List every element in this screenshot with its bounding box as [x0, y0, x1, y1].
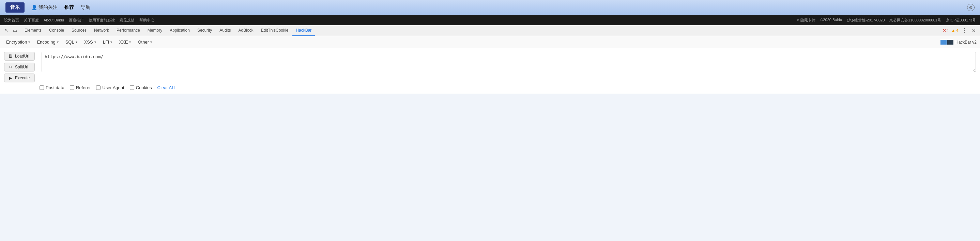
xxe-label: XXE	[119, 40, 128, 44]
copyright-text: ©2020 Baidu	[820, 18, 842, 23]
cookies-checkbox[interactable]	[130, 86, 134, 90]
nav-item-navigation[interactable]: 导航	[81, 5, 90, 11]
settings-icon[interactable]: ⚙	[967, 4, 975, 11]
tab-application[interactable]: Application	[166, 25, 193, 36]
tab-security[interactable]: Security	[194, 25, 215, 36]
hackbar-version: HackBar v2	[956, 40, 977, 44]
load-url-icon: 🖼	[8, 54, 13, 59]
terms-link[interactable]: 使用百度前必读	[89, 18, 115, 23]
error-x-icon: ✕	[942, 28, 946, 33]
person-icon: 👤	[31, 5, 37, 10]
referer-label: Referer	[76, 85, 91, 90]
devtools-bar-right: ✕ 1 ▲ 4 ⋮ ✕	[942, 27, 977, 34]
load-url-label: LoadUrl	[15, 54, 29, 59]
other-arrow: ▾	[150, 40, 152, 44]
post-data-checkbox[interactable]	[40, 86, 44, 90]
warning-count: 4	[956, 29, 958, 33]
hackbar-right: HackBar v2	[940, 40, 977, 44]
warning-triangle-icon: ▲	[951, 28, 956, 33]
nav-item-recommend[interactable]: 推荐	[64, 5, 74, 11]
tab-editthiscookie[interactable]: EditThisCookie	[258, 25, 292, 36]
hide-card-area[interactable]: ▾ 隐藏卡片	[797, 18, 815, 23]
help-link[interactable]: 帮助中心	[139, 18, 154, 23]
execute-button[interactable]: ▶ Execute	[4, 73, 35, 82]
tab-console[interactable]: Console	[46, 25, 67, 36]
feedback-link[interactable]: 意见反馈	[119, 18, 135, 23]
sql-label: SQL	[65, 40, 74, 44]
error-badge: ✕ 1	[942, 28, 949, 33]
tab-memory[interactable]: Memory	[144, 25, 165, 36]
error-count: 1	[947, 29, 949, 33]
lfi-menu[interactable]: LFI ▾	[100, 38, 115, 46]
other-label: Other	[138, 40, 149, 44]
hackbar-options: Post data Referer User Agent Cookies Cle…	[4, 82, 976, 90]
warning-badge: ▲ 4	[951, 28, 958, 33]
tab-audits[interactable]: Audits	[216, 25, 234, 36]
devtools-tabs: Elements Console Sources Network Perform…	[21, 25, 942, 36]
xxe-menu[interactable]: XXE ▾	[116, 38, 134, 46]
icp-text: 京ICP证030173号	[946, 18, 976, 23]
music-tab[interactable]: 音乐	[5, 2, 24, 13]
tab-sources[interactable]: Sources	[68, 25, 90, 36]
network-security-text: 京公网安备11000002000001号	[889, 18, 941, 23]
baidu-promotion-link[interactable]: 百度推广	[69, 18, 84, 23]
other-menu[interactable]: Other ▾	[135, 38, 155, 46]
post-data-option[interactable]: Post data	[40, 85, 64, 90]
tab-network[interactable]: Network	[91, 25, 113, 36]
split-url-label: SplitUrl	[15, 65, 28, 70]
business-text: (京)-经营性-2017-0020	[847, 18, 885, 23]
nav-item-my-follow[interactable]: 👤 我的关注	[31, 5, 57, 11]
referer-checkbox[interactable]	[70, 86, 74, 90]
info-bar: 设为首页 关于百度 About Baidu 百度推广 使用百度前必读 意见反馈 …	[0, 15, 980, 25]
split-url-button[interactable]: ✂ SplitUrl	[4, 63, 35, 71]
sql-arrow: ▾	[76, 40, 77, 44]
hackbar-toolbar: Encryption ▾ Encoding ▾ SQL ▾ XSS ▾ LFI …	[0, 36, 980, 48]
encoding-label: Encoding	[37, 40, 55, 44]
encryption-menu[interactable]: Encryption ▾	[3, 38, 33, 46]
tab-elements[interactable]: Elements	[21, 25, 45, 36]
xss-menu[interactable]: XSS ▾	[81, 38, 99, 46]
execute-label: Execute	[15, 76, 30, 80]
cookies-label: Cookies	[136, 85, 152, 90]
cookies-option[interactable]: Cookies	[130, 85, 152, 90]
tab-hackbar[interactable]: HackBar	[293, 25, 315, 36]
devtools-bar: ↖ ▭ Elements Console Sources Network Per…	[0, 25, 980, 36]
encoding-arrow: ▾	[57, 40, 59, 44]
lfi-label: LFI	[103, 40, 110, 44]
about-baidu-link[interactable]: 关于百度	[24, 18, 39, 23]
xss-arrow: ▾	[94, 40, 96, 44]
encoding-menu[interactable]: Encoding ▾	[34, 38, 61, 46]
device-icon[interactable]: ▭	[11, 27, 18, 34]
xxe-arrow: ▾	[129, 40, 131, 44]
post-data-label: Post data	[46, 85, 64, 90]
url-row: 🖼 LoadUrl ✂ SplitUrl ▶ Execute	[4, 52, 976, 82]
user-agent-label: User Agent	[102, 85, 124, 90]
set-homepage-link[interactable]: 设为首页	[4, 18, 19, 23]
tab-adblock[interactable]: AdBlock	[235, 25, 257, 36]
dropdown-icon: ▾	[797, 18, 799, 22]
referer-option[interactable]: Referer	[70, 85, 91, 90]
cursor-icon[interactable]: ↖	[3, 27, 10, 34]
clear-all-button[interactable]: Clear ALL	[158, 85, 177, 90]
tab-performance[interactable]: Performance	[113, 25, 143, 36]
about-baidu-en-link[interactable]: About Baidu	[44, 18, 64, 22]
devtools-icon-group: ↖ ▭	[3, 27, 18, 34]
color-blocks	[940, 40, 953, 44]
execute-icon: ▶	[8, 75, 13, 81]
more-menu-button[interactable]: ⋮	[960, 27, 969, 34]
sql-menu[interactable]: SQL ▾	[63, 38, 80, 46]
info-right-items: ©2020 Baidu (京)-经营性-2017-0020 京公网安备11000…	[820, 18, 976, 23]
lfi-arrow: ▾	[110, 40, 112, 44]
close-devtools-button[interactable]: ✕	[970, 28, 977, 33]
color-block-blue	[940, 40, 947, 44]
split-url-icon: ✂	[8, 64, 13, 70]
user-agent-checkbox[interactable]	[96, 86, 100, 90]
xss-label: XSS	[84, 40, 93, 44]
hide-card-label: 隐藏卡片	[800, 18, 815, 23]
nav-right-area: ⚙	[967, 4, 975, 11]
color-block-dark	[947, 40, 953, 44]
hackbar-body: 🖼 LoadUrl ✂ SplitUrl ▶ Execute Post data…	[0, 48, 980, 94]
user-agent-option[interactable]: User Agent	[96, 85, 124, 90]
url-input[interactable]	[41, 52, 976, 72]
load-url-button[interactable]: 🖼 LoadUrl	[4, 52, 35, 60]
